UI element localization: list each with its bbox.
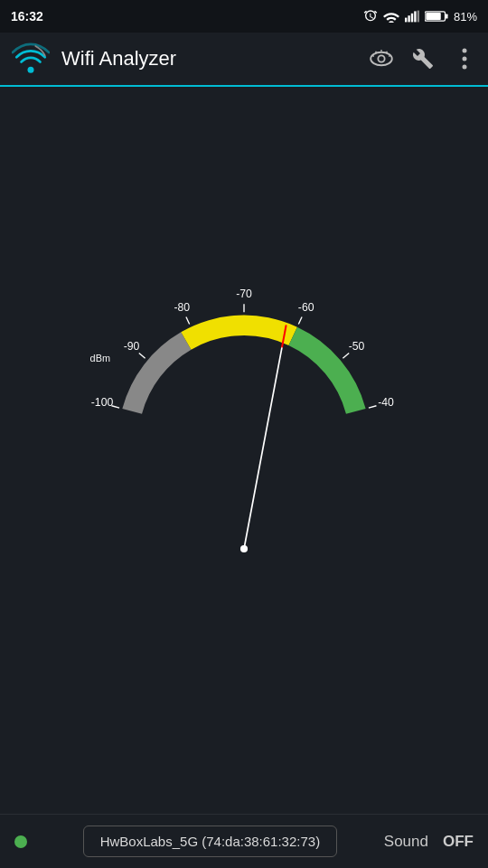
battery-icon (425, 10, 448, 23)
bottom-bar: HwBoxLabs_5G (74:da:38:61:32:73) Sound O… (0, 814, 488, 868)
svg-line-15 (389, 55, 390, 56)
svg-line-27 (298, 317, 302, 325)
wifi-status-icon (383, 10, 399, 23)
svg-line-34 (244, 347, 282, 549)
svg-rect-3 (414, 11, 416, 22)
svg-line-23 (186, 317, 190, 325)
svg-rect-1 (408, 15, 409, 22)
battery-percent: 81% (454, 10, 477, 24)
svg-line-31 (369, 406, 377, 408)
svg-point-36 (240, 545, 248, 552)
svg-text:-90: -90 (124, 340, 140, 353)
svg-text:-100: -100 (91, 396, 114, 409)
sound-toggle[interactable]: OFF (443, 833, 474, 851)
svg-line-13 (386, 52, 387, 53)
svg-text:-70: -70 (236, 288, 252, 300)
main-content: -100-90-80-70-60-50-40dBm (0, 87, 488, 814)
eye-icon[interactable] (369, 46, 394, 71)
status-bar: 16:32 81% (0, 0, 488, 33)
svg-text:-40: -40 (378, 396, 394, 409)
more-icon[interactable] (452, 46, 477, 71)
svg-text:dBm: dBm (90, 353, 110, 363)
svg-point-10 (378, 55, 384, 61)
sound-label: Sound (384, 833, 428, 851)
svg-text:-80: -80 (174, 301, 190, 314)
svg-rect-0 (405, 18, 407, 23)
svg-point-18 (463, 65, 467, 70)
sound-controls: Sound OFF (384, 833, 474, 851)
network-name-label: HwBoxLabs_5G (74:da:38:61:32:73) (83, 826, 338, 857)
wrench-icon[interactable] (410, 46, 436, 71)
status-time: 16:32 (11, 9, 43, 24)
status-icons: 81% (363, 9, 477, 24)
svg-rect-7 (426, 13, 440, 20)
gauge-svg: -100-90-80-70-60-50-40dBm (18, 288, 470, 595)
svg-point-8 (28, 67, 34, 73)
alarm-icon (363, 9, 378, 24)
svg-line-12 (376, 52, 377, 53)
svg-line-29 (343, 354, 349, 359)
svg-text:-50: -50 (349, 340, 365, 353)
svg-point-17 (463, 57, 467, 61)
connection-indicator (14, 835, 27, 848)
svg-line-21 (139, 354, 145, 359)
svg-rect-4 (418, 11, 419, 23)
app-title: Wifi Analyzer (61, 47, 369, 71)
svg-rect-2 (411, 14, 413, 23)
svg-text:-60: -60 (298, 301, 314, 314)
svg-point-16 (463, 49, 467, 53)
toolbar: Wifi Analyzer (0, 33, 488, 87)
svg-line-14 (372, 55, 374, 56)
toolbar-actions (369, 46, 477, 71)
svg-point-9 (371, 52, 392, 66)
app-logo (11, 39, 51, 79)
signal-icon (405, 10, 419, 23)
gauge-container: -100-90-80-70-60-50-40dBm (18, 288, 470, 595)
network-info: HwBoxLabs_5G (74:da:38:61:32:73) (36, 826, 384, 857)
svg-rect-6 (446, 14, 448, 18)
